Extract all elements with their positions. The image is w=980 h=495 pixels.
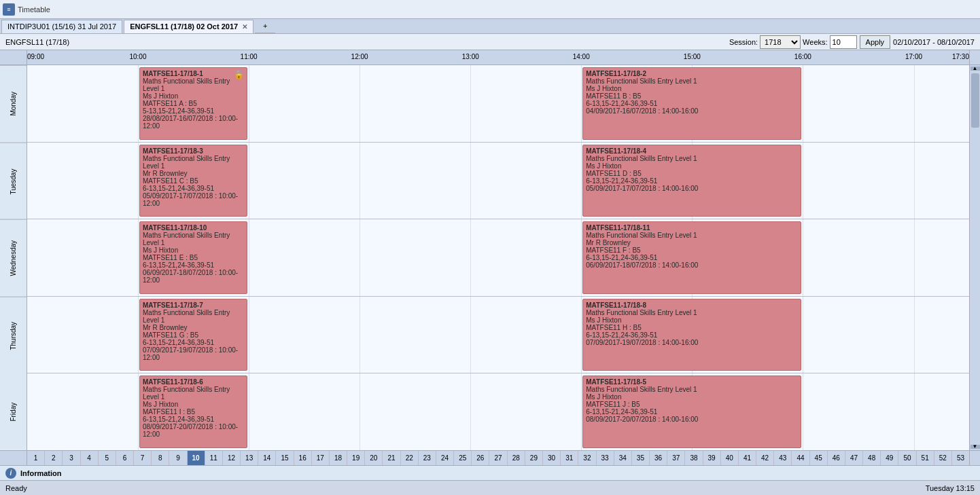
week-30[interactable]: 30 (543, 451, 561, 465)
event-teacher-5: Ms J Hixton (143, 246, 244, 254)
week-25[interactable]: 25 (454, 451, 472, 465)
event-teacher-10: Ms J Hixton (586, 393, 798, 401)
scrollbar[interactable]: ▲ ▼ (969, 65, 980, 450)
status-datetime: Tuesday 13:15 (926, 484, 975, 492)
week-40[interactable]: 40 (721, 451, 739, 465)
week-39[interactable]: 39 (703, 451, 721, 465)
week-38[interactable]: 38 (685, 451, 703, 465)
event-dates-9: 08/09/2017-20/07/2018 : 10:00-12:00 (143, 423, 244, 438)
event-teacher-7: Mr R Brownley (143, 324, 244, 331)
week-43[interactable]: 43 (774, 451, 792, 465)
event-matfse11-17-18-11[interactable]: MATFSE11-17/18-11 Maths Functional Skill… (582, 221, 801, 294)
event-dates-4: 05/09/2017-17/07/2018 : 14:00-16:00 (586, 185, 798, 192)
event-room-9: MATFSE11 I : B5 (143, 408, 244, 416)
event-matfse11-17-18-10[interactable]: MATFSE11-17/18-10 Maths Functional Skill… (139, 221, 247, 294)
info-label: Information (20, 469, 62, 477)
week-7[interactable]: 7 (134, 451, 152, 465)
week-15[interactable]: 15 (276, 451, 294, 465)
week-37[interactable]: 37 (667, 451, 685, 465)
week-9[interactable]: 9 (169, 451, 187, 465)
week-22[interactable]: 22 (401, 451, 419, 465)
event-matfse11-17-18-1[interactable]: 🔒 MATFSE11-17/18-1 Maths Functional Skil… (139, 67, 247, 140)
week-24[interactable]: 24 (436, 451, 454, 465)
week-32[interactable]: 32 (578, 451, 596, 465)
event-dates-8: 07/09/2017-19/07/2018 : 14:00-16:00 (586, 339, 798, 346)
week-44[interactable]: 44 (792, 451, 809, 465)
event-teacher-3: Mr R Brownley (143, 170, 244, 177)
week-23[interactable]: 23 (419, 451, 436, 465)
week-17[interactable]: 17 (312, 451, 330, 465)
tab-engfsl11[interactable]: ENGFSL11 (17/18) 02 Oct 2017 ✕ (124, 20, 253, 33)
week-4[interactable]: 4 (81, 451, 99, 465)
week-27[interactable]: 27 (489, 451, 507, 465)
week-19[interactable]: 19 (347, 451, 365, 465)
week-50[interactable]: 50 (898, 451, 916, 465)
weeks-label: Weeks: (803, 38, 827, 46)
week-26[interactable]: 26 (472, 451, 489, 465)
week-53[interactable]: 53 (952, 451, 969, 465)
event-code-4: MATFSE11-17/18-4 (586, 147, 798, 155)
week-11[interactable]: 11 (205, 451, 223, 465)
event-room-3: MATFSE11 C : B5 (143, 177, 244, 185)
current-tab-label: ENGFSL11 (17/18) (5, 38, 69, 46)
week-42[interactable]: 42 (756, 451, 774, 465)
week-10-active[interactable]: 10 (188, 451, 205, 465)
week-2[interactable]: 2 (45, 451, 63, 465)
week-47[interactable]: 47 (845, 451, 863, 465)
week-34[interactable]: 34 (614, 451, 632, 465)
event-dates-7: 07/09/2017-19/07/2018 : 10:00-12:00 (143, 346, 244, 361)
event-teacher-6: Mr R Brownley (586, 239, 798, 246)
week-48[interactable]: 48 (863, 451, 881, 465)
scroll-thumb[interactable] (971, 73, 979, 128)
week-49[interactable]: 49 (881, 451, 898, 465)
event-matfse11-17-18-4[interactable]: MATFSE11-17/18-4 Maths Functional Skills… (582, 145, 801, 217)
week-36[interactable]: 36 (650, 451, 667, 465)
event-matfse11-17-18-2[interactable]: MATFSE11-17/18-2 Maths Functional Skills… (582, 67, 801, 140)
week-52[interactable]: 52 (934, 451, 952, 465)
week-12[interactable]: 12 (223, 451, 241, 465)
week-1[interactable]: 1 (27, 451, 45, 465)
week-20[interactable]: 20 (365, 451, 383, 465)
event-matfse11-17-18-6[interactable]: MATFSE11-17/18-6 Maths Functional Skills… (139, 375, 247, 448)
new-tab-button[interactable]: + (255, 20, 275, 33)
week-28[interactable]: 28 (508, 451, 525, 465)
scroll-down-button[interactable]: ▼ (970, 445, 980, 449)
event-room-6: MATFSE11 F : B5 (586, 246, 798, 254)
week-14[interactable]: 14 (258, 451, 276, 465)
grid-row-tuesday: MATFSE11-17/18-3 Maths Functional Skills… (27, 143, 969, 220)
event-title-8: Maths Functional Skills Entry Level 1 (586, 309, 798, 316)
event-room-8: MATFSE11 H : B5 (586, 324, 798, 331)
week-18[interactable]: 18 (330, 451, 347, 465)
event-weeks-5: 6-13,15-21,24-36,39-51 (143, 261, 244, 269)
event-matfse11-17-18-5[interactable]: MATFSE11-17/18-5 Maths Functional Skills… (582, 375, 801, 448)
tab-close-icon[interactable]: ✕ (242, 23, 247, 31)
week-45[interactable]: 45 (810, 451, 828, 465)
week-21[interactable]: 21 (383, 451, 400, 465)
event-matfse11-17-18-8[interactable]: MATFSE11-17/18-8 Maths Functional Skills… (582, 299, 801, 371)
event-matfse11-17-18-7[interactable]: MATFSE11-17/18-7 Maths Functional Skills… (139, 299, 247, 371)
week-33[interactable]: 33 (597, 451, 614, 465)
week-bar: 1 2 3 4 5 6 7 8 9 10 11 12 13 14 15 16 1… (0, 450, 980, 465)
week-8[interactable]: 8 (152, 451, 169, 465)
event-title-3: Maths Functional Skills Entry Level 1 (143, 155, 244, 170)
event-matfse11-17-18-3[interactable]: MATFSE11-17/18-3 Maths Functional Skills… (139, 145, 247, 217)
time-label-1100: 11:00 (241, 53, 258, 60)
week-3[interactable]: 3 (63, 451, 80, 465)
apply-button[interactable]: Apply (860, 35, 891, 49)
week-29[interactable]: 29 (525, 451, 543, 465)
week-35[interactable]: 35 (632, 451, 650, 465)
week-16[interactable]: 16 (294, 451, 312, 465)
session-select[interactable]: 1718 (760, 35, 801, 49)
week-31[interactable]: 31 (561, 451, 578, 465)
tab-intdip3u01[interactable]: INTDIP3U01 (15/16) 31 Jul 2017 (1, 20, 122, 33)
week-6[interactable]: 6 (116, 451, 134, 465)
weeks-input[interactable] (830, 35, 857, 49)
event-weeks-10: 6-13,15-21,24-36,39-51 (586, 408, 798, 416)
week-51[interactable]: 51 (917, 451, 934, 465)
week-41[interactable]: 41 (739, 451, 756, 465)
event-room-10: MATFSE11 J : B5 (586, 401, 798, 408)
event-title-6: Maths Functional Skills Entry Level 1 (586, 232, 798, 239)
week-46[interactable]: 46 (828, 451, 845, 465)
week-5[interactable]: 5 (99, 451, 116, 465)
week-13[interactable]: 13 (241, 451, 258, 465)
